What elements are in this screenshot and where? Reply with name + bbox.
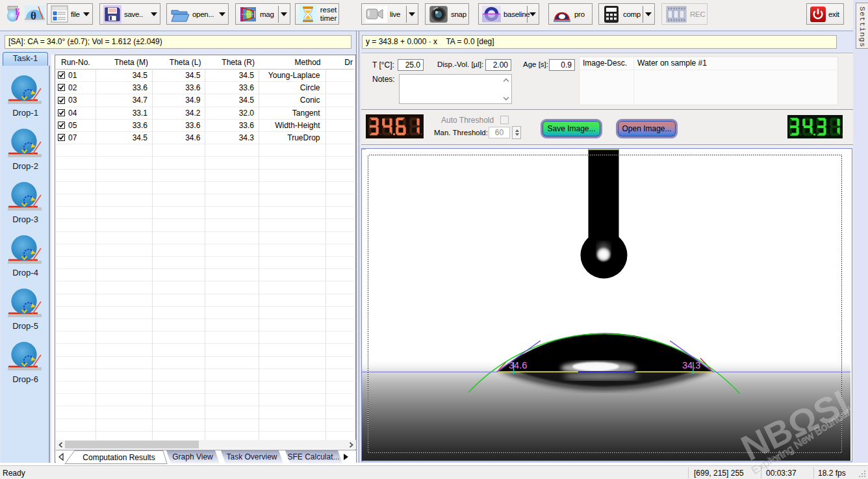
svg-text:θ: θ <box>31 10 36 22</box>
svg-text:34.3: 34.3 <box>682 360 700 370</box>
svg-text:34.6: 34.6 <box>509 360 527 370</box>
svg-text:Computation Results: Computation Results <box>83 453 155 462</box>
